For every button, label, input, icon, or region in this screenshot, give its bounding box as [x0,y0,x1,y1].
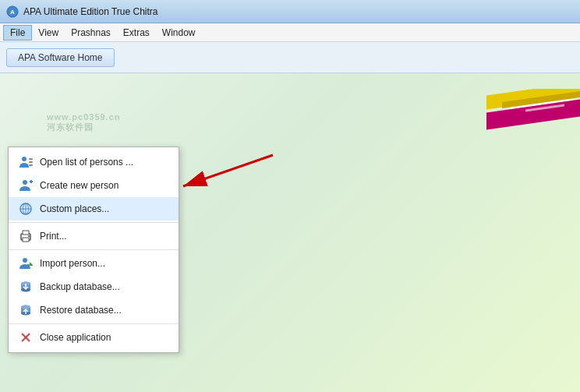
dropdown-print[interactable]: Print... [9,224,179,248]
svg-point-27 [21,305,30,309]
title-bar-text: APA Ultimate Edition True Chitra [23,6,158,17]
menu-prashnas[interactable]: Prashnas [65,26,117,40]
open-list-label: Open list of persons ... [40,157,133,168]
dropdown-restore-db[interactable]: Restore database... [9,298,179,322]
svg-rect-3 [29,158,33,160]
backup-db-icon [18,279,34,295]
menu-bar: File View Prashnas Extras Window [0,23,580,42]
close-app-icon [18,330,34,345]
create-person-icon [18,178,34,193]
restore-db-label: Restore database... [40,305,122,316]
menu-view[interactable]: View [32,26,65,40]
svg-point-16 [28,235,30,237]
dropdown-custom-places[interactable]: Custom places... [9,197,179,221]
apa-home-button[interactable]: APA Software Home [6,48,115,67]
menu-file[interactable]: File [3,25,32,41]
dropdown-create-person[interactable]: Create new person [9,174,179,197]
person-list-icon [18,154,34,170]
dropdown-backup-db[interactable]: Backup database... [9,275,179,298]
watermark: www.pc0359.cn 河东软件园 [47,112,121,133]
create-person-label: Create new person [40,180,118,191]
custom-places-label: Custom places... [40,203,109,214]
svg-point-6 [23,180,27,185]
dropdown-close-app[interactable]: Close application [9,326,179,349]
divider-1 [9,222,179,223]
import-person-label: Import person... [40,258,105,269]
close-app-label: Close application [40,332,111,343]
svg-point-2 [22,157,27,161]
main-content: www.pc0359.cn 河东软件园 Open list of persons… [0,73,580,392]
svg-rect-14 [23,231,29,235]
divider-3 [9,323,179,324]
svg-rect-5 [29,164,33,166]
restore-db-icon [18,302,34,318]
toolbar: APA Software Home [0,42,580,73]
svg-rect-4 [29,161,33,163]
title-bar: A APA Ultimate Edition True Chitra [0,0,580,23]
app-icon: A [6,5,19,18]
banner-decoration [486,89,580,132]
menu-extras[interactable]: Extras [117,26,156,40]
file-dropdown-menu: Open list of persons ... Create new pers… [8,147,179,353]
custom-places-icon [18,201,34,217]
backup-db-label: Backup database... [40,281,120,292]
svg-point-17 [23,258,27,263]
svg-rect-15 [23,238,29,242]
print-label: Print... [40,231,67,242]
print-icon [18,228,34,244]
divider-2 [9,249,179,250]
svg-text:A: A [10,9,15,16]
import-person-icon [18,256,34,271]
svg-line-32 [183,155,273,186]
dropdown-import-person[interactable]: Import person... [9,252,179,275]
menu-window[interactable]: Window [156,26,202,40]
dropdown-open-list[interactable]: Open list of persons ... [9,150,179,174]
